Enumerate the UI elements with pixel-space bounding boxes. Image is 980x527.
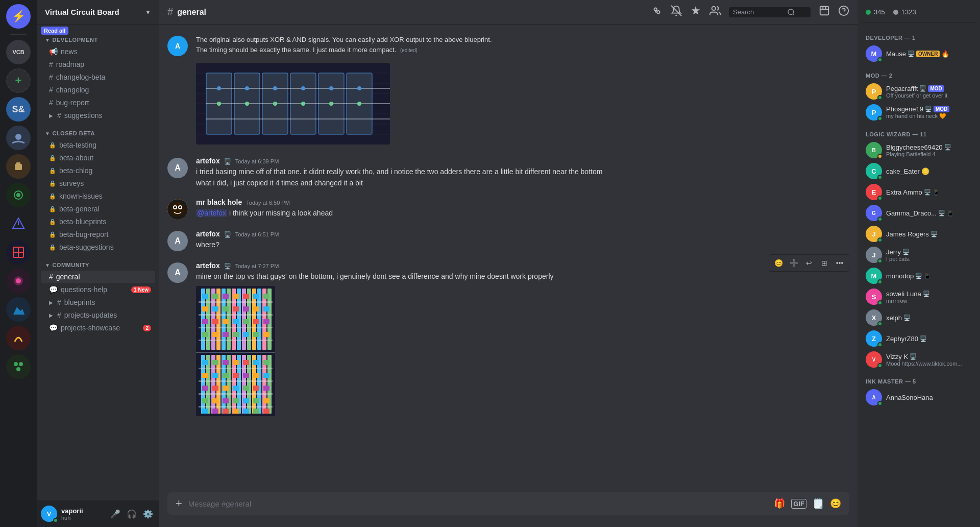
add-reaction-button[interactable]: ➕	[787, 256, 801, 270]
server-icon-6[interactable]	[6, 183, 31, 207]
forum-icon: 💬	[49, 285, 58, 294]
more-button[interactable]: •••	[832, 256, 847, 270]
svg-rect-132	[199, 393, 273, 395]
member-xelph[interactable]: X xelph 🖥️	[862, 307, 976, 328]
member-biggycheese[interactable]: B Biggycheese69420 🖥️ Playing Battlefiel…	[862, 140, 976, 160]
channel-beta-testing[interactable]: 🔒 beta-testing	[41, 139, 155, 151]
member-info-anna: AnnaSonoHana	[886, 394, 972, 401]
emoji-react-button[interactable]: 😊	[771, 256, 786, 270]
channel-bug-report-label: bug-report	[56, 99, 151, 107]
inbox-button[interactable]	[819, 5, 830, 19]
channel-known-issues[interactable]: 🔒 known-issues	[41, 190, 155, 202]
channel-projects-showcase[interactable]: 💬 projects-showcase 2	[41, 322, 155, 334]
notifications-button[interactable]	[671, 5, 682, 19]
member-phosgene19[interactable]: P Phosgene19 🖥️ MOD my hand on his neck …	[862, 102, 976, 123]
user-info: vaporii huh	[61, 507, 104, 521]
svg-rect-149	[212, 386, 218, 391]
channel-news[interactable]: 📢 news	[41, 45, 155, 58]
search-bar[interactable]	[729, 7, 811, 17]
member-cake-eater[interactable]: C cake_Eater 🪙	[862, 161, 976, 181]
deafen-button[interactable]: 🎧	[125, 507, 139, 521]
help-button[interactable]	[838, 5, 849, 19]
svg-point-56	[217, 102, 221, 106]
reply-button[interactable]: ↩	[802, 256, 816, 270]
member-mause[interactable]: M Mause 🖥️ OWNER 🔥	[862, 43, 976, 64]
server-icon-3[interactable]: S&	[6, 97, 31, 122]
member-soweli-luna[interactable]: S soweli Luna 🖥️ mrrrrrow	[862, 286, 976, 307]
channel-suggestions-label: suggestions	[64, 111, 151, 119]
status-dot	[877, 175, 883, 180]
add-content-button[interactable]: +	[176, 497, 182, 510]
mute-button[interactable]: 🎤	[108, 507, 122, 521]
gift-icon-button[interactable]: 🎁	[774, 498, 785, 509]
username-2[interactable]: mr black hole	[196, 198, 242, 206]
category-closed-beta[interactable]: ▼ CLOSED BETA	[37, 122, 159, 138]
channel-beta-suggestions[interactable]: 🔒 beta-suggestions	[41, 241, 155, 253]
message-input[interactable]	[188, 499, 768, 508]
members-button[interactable]	[709, 5, 721, 19]
member-gamma-draco[interactable]: G Gamma_Draco... 🖥️ 📱	[862, 203, 976, 223]
channel-blueprints[interactable]: ▶ # blueprints	[41, 296, 155, 308]
sticker-button[interactable]: 🗒️	[813, 498, 824, 509]
messages-area: A The original also outputs XOR & AND si…	[159, 25, 857, 492]
server-icon-11[interactable]	[6, 326, 31, 350]
member-extra-ammo[interactable]: E Extra Ammo 🖥️ 📱	[862, 182, 976, 202]
threads-button[interactable]	[651, 5, 663, 19]
server-icon-8[interactable]	[6, 240, 31, 265]
device-icon-1: 🖥️	[224, 158, 231, 165]
apps-button[interactable]: ⊞	[817, 256, 831, 270]
member-pegacraffft[interactable]: P Pegacraffft 🖥️ MOD Off yourself or get…	[862, 81, 976, 102]
server-icon-1[interactable]: VCB	[6, 40, 31, 64]
member-vizzy-k[interactable]: V Vizzy K 🖥️ Mood https://www.tiktok.com…	[862, 349, 976, 370]
channel-questions-help[interactable]: 💬 questions-help 1 New	[41, 283, 155, 296]
settings-button[interactable]: ⚙️	[141, 507, 155, 521]
username-3[interactable]: artefox	[196, 230, 220, 238]
username-1[interactable]: artefox	[196, 157, 220, 165]
channel-beta-blueprints[interactable]: 🔒 beta-blueprints	[41, 215, 155, 228]
member-zephyrz80[interactable]: Z ZephyrZ80 🖥️	[862, 328, 976, 349]
server-icon-5[interactable]	[6, 154, 31, 179]
svg-rect-163	[212, 409, 218, 414]
pin-button[interactable]	[690, 5, 701, 19]
member-annasonohana[interactable]: A AnnaSonoHana	[862, 387, 976, 408]
svg-rect-160	[253, 398, 259, 403]
channel-beta-about[interactable]: 🔒 beta-about	[41, 152, 155, 164]
server-icon-4[interactable]	[6, 126, 31, 150]
channel-changelog-beta[interactable]: # changelog-beta	[41, 71, 155, 83]
channel-suggestions[interactable]: ▶ # suggestions	[41, 109, 155, 122]
read-all-badge[interactable]: Read all	[41, 27, 68, 35]
server-icon-10[interactable]	[6, 297, 31, 322]
channel-roadmap[interactable]: # roadmap	[41, 58, 155, 70]
channel-bug-report[interactable]: # bug-report	[41, 97, 155, 109]
svg-rect-30	[820, 7, 829, 15]
badge-count: 2	[143, 325, 151, 331]
server-header[interactable]: Virtual Circuit Board ▼	[37, 0, 159, 25]
channel-beta-chlog[interactable]: 🔒 beta-chlog	[41, 164, 155, 177]
message-header-2: mr black hole Today at 6:50 PM	[196, 198, 849, 206]
server-icon-9[interactable]	[6, 269, 31, 293]
desktop-icon: 🖥️	[919, 85, 926, 92]
server-icon-2[interactable]: +	[6, 68, 31, 93]
status-dot	[877, 57, 883, 62]
svg-rect-130	[199, 368, 273, 369]
channel-beta-bug-report[interactable]: 🔒 beta-bug-report	[41, 228, 155, 241]
username-4[interactable]: artefox	[196, 261, 220, 270]
channel-changelog[interactable]: # changelog	[41, 84, 155, 96]
member-monodop[interactable]: M monodop 🖥️ 📱	[862, 266, 976, 286]
channel-projects-updates[interactable]: ▶ # projects-updates	[41, 309, 155, 321]
discord-home-button[interactable]: ⚡	[6, 4, 31, 29]
member-jerry[interactable]: J Jerry 🖥️ I pet cats.	[862, 245, 976, 265]
category-community[interactable]: ▼ COMMUNITY	[37, 254, 159, 270]
channel-surveys[interactable]: 🔒 surveys	[41, 177, 155, 189]
member-james-rogers[interactable]: J James Rogers 🖥️	[862, 224, 976, 244]
gif-button[interactable]: GIF	[791, 499, 806, 509]
member-status-soweli: mrrrrrow	[886, 298, 972, 304]
emoji-button[interactable]: 😊	[830, 498, 841, 509]
message-header-1: artefox 🖥️ Today at 6:39 PM	[196, 157, 849, 165]
mention-artefox[interactable]: @artefox	[196, 209, 227, 217]
channel-beta-general[interactable]: 🔒 beta-general	[41, 203, 155, 215]
search-input[interactable]	[733, 8, 784, 16]
channel-general[interactable]: # general	[41, 271, 155, 283]
server-icon-7[interactable]	[6, 211, 31, 236]
server-icon-12[interactable]	[6, 354, 31, 379]
